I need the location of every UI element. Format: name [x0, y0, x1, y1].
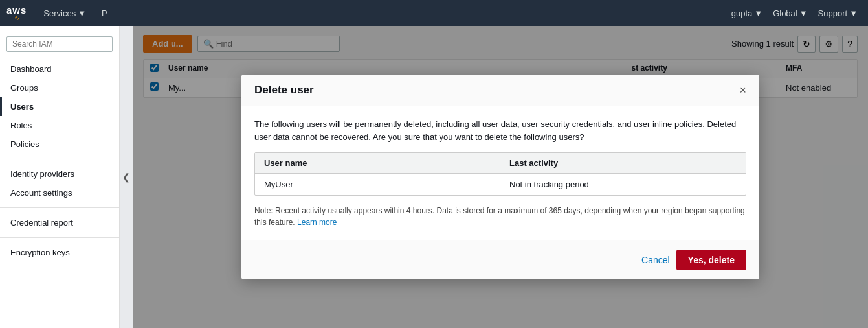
- search-input[interactable]: [6, 36, 113, 52]
- modal-warning-text: The following users will be permanently …: [254, 118, 746, 143]
- modal-table-row: MyUser Not in tracking period: [255, 174, 746, 195]
- nav-right: gupta ▼ Global ▼ Support ▼: [728, 8, 862, 18]
- services-nav[interactable]: Services ▼: [39, 8, 90, 18]
- modal-users-table: User name Last activity MyUser Not in tr…: [254, 152, 746, 196]
- yes-delete-button[interactable]: Yes, delete: [676, 250, 746, 270]
- modal-body: The following users will be permanently …: [241, 106, 759, 240]
- modal-row-last-activity: Not in tracking period: [500, 174, 746, 195]
- sidebar-item-account-settings[interactable]: Account settings: [0, 183, 119, 202]
- chevron-down-icon: ▼: [849, 8, 858, 18]
- modal-title: Delete user: [254, 84, 314, 97]
- sidebar-item-credential-report[interactable]: Credential report: [0, 213, 119, 232]
- modal-note: Note: Recent activity usually appears wi…: [254, 205, 746, 228]
- sidebar: Dashboard Groups Users Roles Policies Id…: [0, 26, 120, 328]
- cancel-button[interactable]: Cancel: [641, 255, 670, 265]
- sidebar-item-encryption-keys[interactable]: Encryption keys: [0, 243, 119, 262]
- sidebar-toggle-button[interactable]: ❮: [120, 26, 133, 328]
- sidebar-search-container: [0, 32, 119, 56]
- support-menu[interactable]: Support ▼: [814, 8, 862, 18]
- products-nav[interactable]: P: [98, 8, 111, 18]
- sidebar-nav: Dashboard Groups Users Roles Policies Id…: [0, 60, 119, 262]
- modal-close-button[interactable]: ×: [739, 84, 746, 96]
- sidebar-item-roles[interactable]: Roles: [0, 116, 119, 135]
- region-menu[interactable]: Global ▼: [769, 8, 811, 18]
- modal-col-username: User name: [255, 153, 500, 173]
- modal-header: Delete user ×: [241, 75, 759, 106]
- user-menu[interactable]: gupta ▼: [728, 8, 766, 18]
- modal-overlay: Delete user × The following users will b…: [133, 26, 868, 328]
- learn-more-link[interactable]: Learn more: [297, 218, 337, 227]
- app-layout: Dashboard Groups Users Roles Policies Id…: [0, 26, 868, 328]
- modal-footer: Cancel Yes, delete: [241, 240, 759, 279]
- chevron-down-icon: ▼: [78, 8, 86, 18]
- sidebar-item-identity-providers[interactable]: Identity providers: [0, 165, 119, 183]
- aws-logo-smile: ∿: [14, 15, 19, 21]
- chevron-down-icon: ▼: [799, 8, 808, 18]
- modal-col-last-activity: Last activity: [500, 153, 746, 173]
- chevron-down-icon: ▼: [754, 8, 762, 18]
- delete-user-modal: Delete user × The following users will b…: [241, 75, 759, 279]
- sidebar-item-dashboard[interactable]: Dashboard: [0, 60, 119, 78]
- modal-table-header: User name Last activity: [255, 153, 746, 174]
- modal-row-username: MyUser: [255, 174, 500, 195]
- sidebar-item-groups[interactable]: Groups: [0, 78, 119, 97]
- sidebar-item-users[interactable]: Users: [0, 97, 119, 116]
- main-content: Add u... 🔍 Showing 1 result ↻ ⚙ ?: [133, 26, 868, 328]
- sidebar-item-policies[interactable]: Policies: [0, 135, 119, 154]
- aws-logo: aws ∿: [6, 5, 27, 21]
- aws-logo-text: aws: [6, 5, 27, 15]
- top-nav: aws ∿ Services ▼ P gupta ▼ Global ▼ Supp…: [0, 0, 868, 26]
